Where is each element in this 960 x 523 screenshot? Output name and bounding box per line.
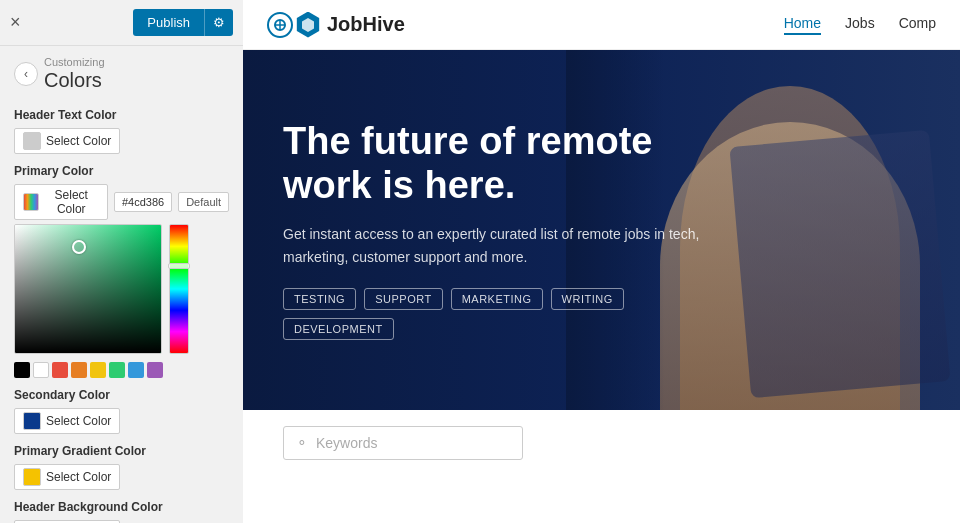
- hero-tag-testing: TESTING: [283, 288, 356, 310]
- logo-icons: [267, 12, 321, 38]
- header-text-color-row: Select Color: [14, 128, 229, 154]
- primary-color-hex: #4cd386: [114, 192, 172, 212]
- top-bar: × Publish ⚙: [0, 0, 243, 46]
- site-logo: JobHive: [267, 12, 405, 38]
- close-icon[interactable]: ×: [10, 12, 21, 33]
- color-gradient-box[interactable]: [14, 224, 162, 354]
- hero-tag-development: DEVELOPMENT: [283, 318, 394, 340]
- hero-subtitle: Get instant access to an expertly curate…: [283, 223, 703, 268]
- site-preview: JobHive Home Jobs Comp The future of rem…: [243, 0, 960, 523]
- primary-color-button[interactable]: Select Color: [14, 184, 108, 220]
- primary-gradient-color-btn-label: Select Color: [46, 470, 111, 484]
- swatch-orange[interactable]: [71, 362, 87, 378]
- svg-marker-3: [302, 18, 314, 32]
- nav-link-home[interactable]: Home: [784, 15, 821, 35]
- secondary-color-swatch: [23, 412, 41, 430]
- nav-link-jobs[interactable]: Jobs: [845, 15, 875, 35]
- site-nav: JobHive Home Jobs Comp: [243, 0, 960, 50]
- secondary-color-btn-label: Select Color: [46, 414, 111, 428]
- back-button[interactable]: ‹: [14, 62, 38, 86]
- color-picker: [14, 224, 229, 378]
- breadcrumb-text: Customizing Colors: [44, 56, 105, 92]
- swatch-green[interactable]: [109, 362, 125, 378]
- breadcrumb-parent: Customizing: [44, 56, 105, 68]
- search-input-wrap: ⚬ Keywords: [283, 426, 523, 460]
- secondary-color-button[interactable]: Select Color: [14, 408, 120, 434]
- hero-tag-support: SUPPORT: [364, 288, 442, 310]
- hue-thumb: [168, 263, 190, 269]
- swatch-purple[interactable]: [147, 362, 163, 378]
- secondary-color-row: Select Color: [14, 408, 229, 434]
- site-hero: The future of remote work is here. Get i…: [243, 50, 960, 410]
- logo-hex-icon: [295, 12, 321, 38]
- search-icon: ⚬: [296, 435, 308, 451]
- site-nav-links: Home Jobs Comp: [784, 15, 936, 35]
- hero-content: The future of remote work is here. Get i…: [243, 120, 743, 340]
- panel-content: Header Text Color Select Color Primary C…: [0, 98, 243, 523]
- header-text-color-btn-label: Select Color: [46, 134, 111, 148]
- hero-tag-writing: WRITING: [551, 288, 624, 310]
- publish-group: Publish ⚙: [133, 9, 233, 36]
- hero-title: The future of remote work is here.: [283, 120, 703, 207]
- nav-link-comp[interactable]: Comp: [899, 15, 936, 35]
- swatch-yellow[interactable]: [90, 362, 106, 378]
- publish-button[interactable]: Publish: [133, 9, 204, 36]
- primary-color-label: Primary Color: [14, 164, 229, 178]
- publish-gear-button[interactable]: ⚙: [204, 9, 233, 36]
- search-placeholder: Keywords: [316, 435, 377, 451]
- breadcrumb: ‹ Customizing Colors: [0, 46, 243, 98]
- swatch-red[interactable]: [52, 362, 68, 378]
- color-crosshair[interactable]: [72, 240, 86, 254]
- primary-gradient-color-label: Primary Gradient Color: [14, 444, 229, 458]
- swatch-white[interactable]: [33, 362, 49, 378]
- hue-bar[interactable]: [169, 224, 189, 354]
- header-text-color-label: Header Text Color: [14, 108, 229, 122]
- primary-color-default-button[interactable]: Default: [178, 192, 229, 212]
- hero-tags: TESTING SUPPORT MARKETING WRITING DEVELO…: [283, 288, 703, 340]
- secondary-color-label: Secondary Color: [14, 388, 229, 402]
- site-logo-text: JobHive: [327, 13, 405, 36]
- primary-color-row: Select Color #4cd386 Default: [14, 184, 229, 220]
- site-search: ⚬ Keywords: [243, 410, 960, 476]
- swatch-black[interactable]: [14, 362, 30, 378]
- breadcrumb-current: Colors: [44, 68, 105, 92]
- primary-gradient-color-row: Select Color: [14, 464, 229, 490]
- swatch-blue[interactable]: [128, 362, 144, 378]
- primary-color-swatch: [23, 193, 39, 211]
- logo-circle-icon: [267, 12, 293, 38]
- customizer-panel: × Publish ⚙ ‹ Customizing Colors Header …: [0, 0, 243, 523]
- gradient-dark: [15, 225, 161, 353]
- primary-gradient-color-button[interactable]: Select Color: [14, 464, 120, 490]
- color-swatches: [14, 362, 163, 378]
- header-text-color-button[interactable]: Select Color: [14, 128, 120, 154]
- header-bg-color-label: Header Background Color: [14, 500, 229, 514]
- primary-color-btn-label: Select Color: [44, 188, 99, 216]
- hero-tag-marketing: MARKETING: [451, 288, 543, 310]
- header-text-color-swatch: [23, 132, 41, 150]
- primary-gradient-color-swatch: [23, 468, 41, 486]
